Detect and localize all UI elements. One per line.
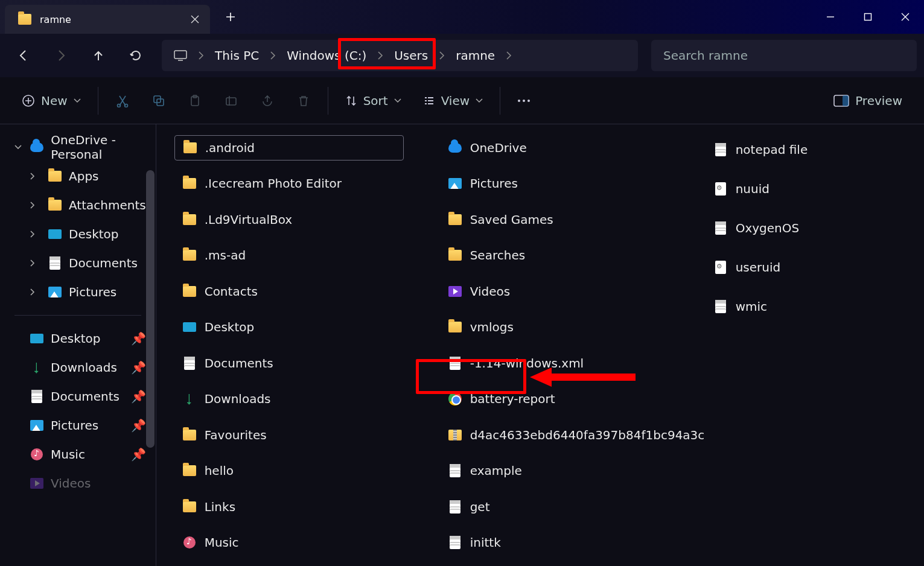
file-item[interactable]: .android [174,135,404,161]
sidebar-quick-documents[interactable]: Documents 📌 [4,382,152,411]
sidebar-item-label: Documents [69,256,138,270]
sidebar-quick-music[interactable]: Music 📌 [4,440,152,469]
video-icon [448,285,462,298]
minimize-button[interactable] [812,0,849,34]
file-item[interactable]: Pictures [440,171,669,197]
pin-icon: 📌 [131,418,146,433]
chevron-right-icon[interactable] [30,259,41,267]
file-item[interactable]: vmlogs [440,315,669,340]
file-item-label: Favourites [205,428,267,442]
close-tab-button[interactable] [191,15,199,24]
file-item[interactable]: Links [174,494,404,519]
file-item[interactable]: d4ac4633ebd6440fa397b84f1bc94a3c [440,422,669,448]
document-icon [448,536,462,549]
desktop-icon [183,320,196,334]
file-item[interactable]: Saved Games [440,207,669,232]
chevron-down-icon[interactable] [14,145,23,150]
new-button[interactable]: New [13,87,89,114]
download-icon: ⭣ [30,361,43,374]
back-button[interactable] [7,41,40,70]
sidebar-item-label: OneDrive - Personal [51,133,145,162]
chevron-right-icon[interactable] [30,288,41,296]
close-window-button[interactable] [887,0,924,34]
file-item-label: useruid [736,260,781,275]
file-item[interactable]: Contacts [174,279,404,304]
sidebar-quick-downloads[interactable]: ⭣ Downloads 📌 [4,353,152,382]
file-item[interactable]: hello [174,459,404,483]
up-button[interactable] [82,41,115,70]
window-tab[interactable]: ramne [5,5,210,34]
copy-button[interactable] [143,87,174,114]
file-item-label: wmic [736,299,767,314]
breadcrumb-root-icon[interactable] [168,48,193,63]
chevron-right-icon[interactable] [30,231,41,238]
breadcrumb-current[interactable]: ramne [450,46,501,65]
sidebar-quick-videos[interactable]: Videos [4,469,152,498]
file-item[interactable]: ⭣Downloads [174,387,404,412]
file-item[interactable]: Favourites [174,422,404,447]
folder-icon [18,13,31,26]
file-item[interactable]: .Icecream Photo Editor [174,171,404,196]
sidebar-item-label: Attachments [69,198,146,212]
sidebar-scrollbar[interactable] [146,170,155,448]
file-item[interactable]: example [440,459,669,484]
file-item[interactable]: wmic [706,292,924,320]
file-item[interactable]: inittk [440,530,669,556]
sidebar-quick-pictures[interactable]: Pictures 📌 [4,411,152,440]
chevron-down-icon [476,98,483,103]
breadcrumb-this-pc[interactable]: This PC [209,46,265,65]
delete-button[interactable] [288,87,319,114]
address-bar[interactable]: This PC Windows (C:) Users ramne [162,40,638,71]
file-item[interactable]: OneDrive [440,135,669,161]
sidebar-item-pictures[interactable]: Pictures [4,278,152,307]
file-item[interactable]: notepad file [706,135,924,164]
refresh-button[interactable] [119,41,152,70]
breadcrumb-drive[interactable]: Windows (C:) [281,46,372,65]
file-item[interactable]: Searches [440,243,669,269]
chrome-icon [448,392,462,405]
chevron-right-icon[interactable] [438,51,446,60]
share-button[interactable] [252,87,283,114]
breadcrumb-users[interactable]: Users [388,46,434,65]
new-tab-button[interactable] [218,5,243,29]
file-item[interactable]: nuuid [706,174,924,203]
folder-icon [448,320,462,334]
file-item[interactable]: Desktop [174,315,404,340]
preview-toggle[interactable]: Preview [825,87,911,114]
chevron-right-icon[interactable] [30,173,41,180]
search-input[interactable]: Search ramne [651,40,917,71]
chevron-right-icon[interactable] [505,51,513,60]
file-item[interactable]: useruid [706,253,924,281]
file-item[interactable]: get [440,494,669,520]
sidebar-item-attachments[interactable]: Attachments [4,191,152,220]
paste-button[interactable] [179,87,211,114]
chevron-right-icon[interactable] [197,51,205,60]
chevron-right-icon[interactable] [269,51,277,60]
file-item[interactable]: -1.14-windows.xml [440,351,669,376]
file-item[interactable]: battery-report [440,387,669,412]
file-item[interactable]: OxygenOS [706,214,924,242]
rename-button[interactable] [215,87,247,114]
folder-icon [183,213,196,226]
maximize-button[interactable] [849,0,887,34]
sidebar-quick-desktop[interactable]: Desktop 📌 [4,324,152,353]
more-button[interactable] [509,87,539,114]
view-button[interactable]: View [415,87,491,114]
file-item[interactable]: Videos [440,279,669,304]
file-item[interactable]: .ms-ad [174,243,404,268]
chevron-right-icon[interactable] [30,202,41,209]
sidebar-item-desktop[interactable]: Desktop [4,220,152,249]
sidebar-item-apps[interactable]: Apps [4,162,152,191]
sidebar-onedrive[interactable]: OneDrive - Personal [4,133,152,162]
forward-button[interactable] [45,41,77,70]
file-item[interactable]: .Ld9VirtualBox [174,207,404,232]
chevron-right-icon[interactable] [376,51,384,60]
sort-button[interactable]: Sort [337,87,410,114]
cut-button[interactable] [107,87,138,114]
file-item-label: Desktop [205,320,254,334]
document-icon [183,357,196,370]
file-item[interactable]: Music [174,530,404,555]
file-item-label: OxygenOS [736,221,800,235]
file-item[interactable]: Documents [174,351,404,375]
sidebar-item-documents[interactable]: Documents [4,249,152,278]
